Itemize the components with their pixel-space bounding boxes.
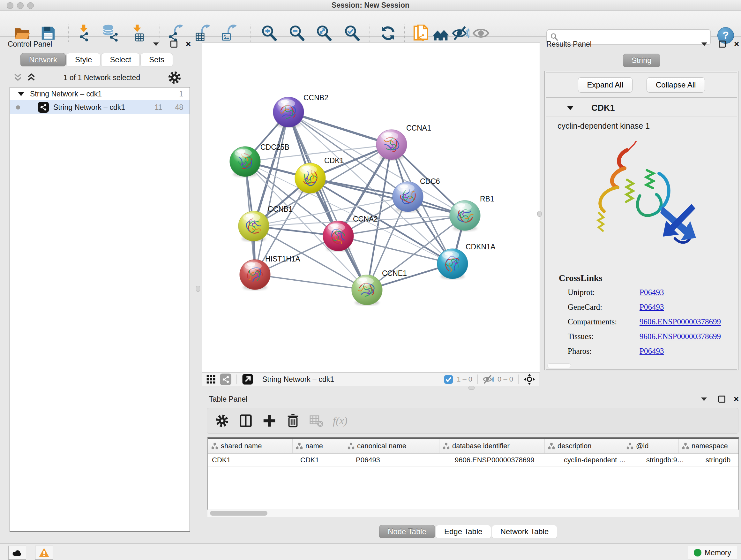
zoom-in-button[interactable] [260, 24, 279, 43]
network-canvas[interactable]: CCNB2CCNA1CDC25BCDK1CDC6RB1CCNB1CCNA2CDK… [202, 43, 540, 373]
first-neighbors-button[interactable] [431, 24, 450, 43]
crosslink-link[interactable]: 9606.ENSP00000378699 [639, 317, 721, 326]
column-header-@id[interactable]: @id [623, 439, 679, 453]
crosslink-link[interactable]: P06493 [639, 288, 664, 297]
collapse-all-button[interactable]: Collapse All [647, 77, 705, 92]
column-header-namespace[interactable]: namespace [679, 439, 739, 453]
table-panel-close-icon[interactable]: × [734, 396, 739, 402]
network-collection-row[interactable]: String Network – cdk1 1 [10, 87, 190, 100]
table-horizontal-scrollbar[interactable] [207, 509, 739, 517]
column-header-shared-name[interactable]: shared name [208, 439, 293, 453]
memory-button[interactable]: Memory [688, 546, 737, 559]
crosslink-link[interactable]: 9606.ENSP00000378699 [639, 332, 721, 341]
collection-disclosure-icon[interactable] [18, 92, 24, 96]
expand-all-icon[interactable] [26, 72, 37, 83]
export-image-button[interactable] [220, 24, 239, 43]
delete-column-trash-icon[interactable] [286, 414, 300, 428]
network-edge[interactable] [255, 112, 288, 274]
column-header-name[interactable]: name [293, 439, 344, 453]
results-panel-float-icon[interactable] [719, 41, 726, 48]
table-cell[interactable]: stringdb [702, 454, 739, 466]
export-table-button[interactable] [194, 24, 212, 43]
network-options-gear-icon[interactable] [167, 70, 182, 85]
clone-network-button[interactable] [411, 24, 429, 43]
results-scroll-thumb[interactable] [547, 363, 571, 368]
clone-network-icon [412, 24, 429, 42]
column-type-icon [347, 442, 354, 449]
column-header-description[interactable]: description [545, 439, 623, 453]
scrollbar-thumb[interactable] [210, 511, 267, 516]
expand-all-button[interactable]: Expand All [578, 77, 632, 92]
crosslink-link[interactable]: P06493 [639, 347, 664, 356]
control-panel-float-icon[interactable] [171, 41, 178, 48]
node-table: shared namenamecanonical namedatabase id… [207, 437, 739, 517]
network-edge[interactable] [255, 274, 367, 290]
warnings-button[interactable] [35, 546, 53, 560]
create-column-plus-icon[interactable] [262, 414, 277, 428]
tab-node-table[interactable]: Node Table [379, 525, 435, 538]
zoom-fit-icon [316, 24, 333, 42]
cloud-icon [12, 547, 23, 558]
tab-network-table[interactable]: Network Table [492, 525, 557, 538]
show-columns-icon[interactable] [239, 414, 253, 428]
horizontal-splitter-handle[interactable] [468, 386, 475, 390]
tab-string[interactable]: String [623, 54, 660, 67]
zoom-fit-button[interactable] [315, 24, 333, 43]
title-bar: Session: New Session [0, 0, 741, 10]
left-splitter-handle[interactable] [196, 286, 200, 292]
selected-checkbox-icon[interactable] [444, 375, 453, 384]
table-row[interactable]: CDK1CDK1P064939606.ENSP00000378699cyclin… [208, 454, 738, 467]
network-edge[interactable] [288, 112, 367, 290]
cloud-status-button[interactable] [8, 546, 26, 560]
network-row-selected[interactable]: String Network – cdk1 11 48 [10, 100, 190, 114]
network-edge[interactable] [288, 112, 392, 145]
crosslink-row: Compartments:9606.ENSP00000378699 [546, 314, 737, 329]
zoom-out-button[interactable] [288, 24, 307, 43]
houses-icon [432, 24, 449, 42]
control-panel-collapse-icon[interactable] [153, 43, 159, 46]
table-cell[interactable]: CDK1 [208, 454, 296, 466]
network-selector-row: 1 of 1 Network selected [6, 70, 188, 85]
results-panel-collapse-icon[interactable] [701, 43, 707, 46]
collapse-all-icon[interactable] [13, 72, 23, 83]
network-edge[interactable] [338, 236, 453, 264]
column-header-database-identifier[interactable]: database identifier [440, 439, 545, 453]
table-panel-float-icon[interactable] [718, 395, 725, 402]
crosslink-row: Tissues:9606.ENSP00000378699 [546, 329, 737, 344]
column-header-canonical-name[interactable]: canonical name [344, 439, 440, 453]
tab-network[interactable]: Network [20, 53, 66, 66]
details-disclosure-icon[interactable] [567, 106, 574, 110]
eye-slash-icon [452, 24, 469, 42]
tab-style[interactable]: Style [66, 53, 100, 66]
table-cell[interactable]: stringdb:9… [643, 454, 702, 466]
table-header-row: shared namenamecanonical namedatabase id… [208, 439, 738, 454]
control-panel-close-icon[interactable]: × [186, 41, 191, 47]
show-all-button[interactable] [472, 24, 490, 43]
table-cell[interactable]: P06493 [352, 454, 451, 466]
table-panel-collapse-icon[interactable] [701, 397, 707, 401]
crosslink-link[interactable]: P06493 [639, 303, 664, 312]
right-splitter-handle[interactable] [537, 211, 542, 217]
tab-edge-table[interactable]: Edge Table [435, 525, 491, 538]
network-graph[interactable]: CCNB2CCNA1CDC25BCDK1CDC6RB1CCNB1CCNA2CDK… [202, 43, 540, 372]
hidden-eye-slash-icon[interactable] [483, 374, 494, 385]
tab-sets[interactable]: Sets [140, 53, 173, 66]
detach-view-icon[interactable] [242, 374, 253, 385]
birds-eye-grid-icon[interactable] [206, 374, 216, 384]
refresh-view-button[interactable] [379, 24, 397, 43]
table-cell[interactable]: 9606.ENSP00000378699 [451, 454, 560, 466]
zoom-selected-button[interactable] [343, 24, 361, 43]
table-cell[interactable]: CDK1 [296, 454, 352, 466]
table-body: CDK1CDK1P064939606.ENSP00000378699cyclin… [208, 454, 738, 467]
table-settings-gear-icon[interactable] [215, 414, 229, 428]
application-window: Session: New Session ? Control [0, 0, 741, 560]
hide-selected-button[interactable] [452, 24, 470, 43]
tab-select[interactable]: Select [101, 53, 140, 66]
network-icon [38, 102, 49, 113]
results-panel-title: Results Panel [546, 40, 592, 49]
network-edge[interactable] [310, 178, 465, 215]
move-mode-icon[interactable] [524, 374, 535, 385]
table-cell[interactable]: cyclin-dependent … [560, 454, 643, 466]
results-panel-close-icon[interactable]: × [734, 41, 739, 47]
node-details-header[interactable]: CDK1 [546, 99, 737, 117]
